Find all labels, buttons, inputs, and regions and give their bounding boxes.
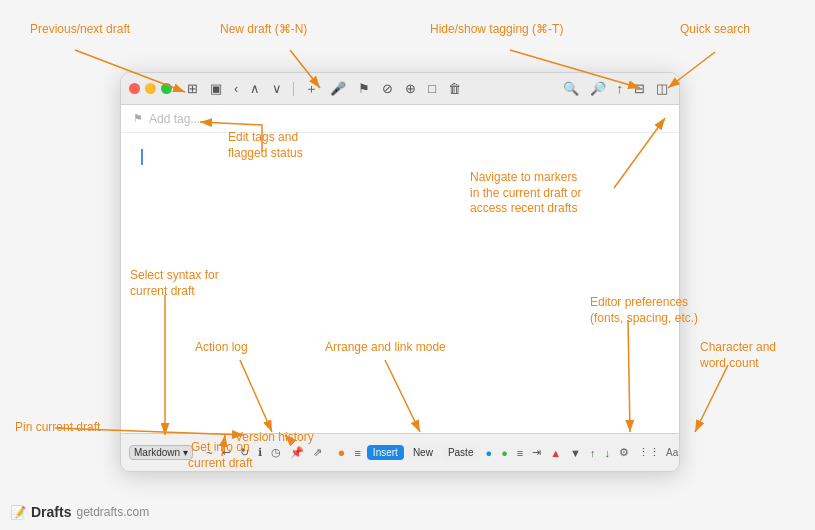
paste-button[interactable]: Paste xyxy=(442,445,480,460)
brand-name: Drafts xyxy=(31,504,71,520)
next-draft-icon[interactable]: ∨ xyxy=(269,79,285,98)
annotation-quick-search: Quick search xyxy=(680,22,750,38)
annotation-edit-tags: Edit tags andflagged status xyxy=(228,130,303,161)
green-dot: ● xyxy=(498,445,511,461)
arrow-down-icon[interactable]: ▼ xyxy=(567,445,584,461)
annotation-arrange: Arrange and link mode xyxy=(325,340,446,356)
blue-dot: ● xyxy=(482,445,495,461)
syntax-label: Markdown xyxy=(134,447,180,458)
trash-icon[interactable]: 🗑 xyxy=(445,79,464,98)
annotation-new-draft: New draft (⌘-N) xyxy=(220,22,307,38)
traffic-lights xyxy=(129,83,172,94)
quick-search-icon[interactable]: ◫ xyxy=(653,79,671,98)
tag-icon: ⚑ xyxy=(133,112,143,125)
zoom-in-icon[interactable]: 🔍 xyxy=(560,79,582,98)
new-draft-icon[interactable]: ＋ xyxy=(302,78,321,100)
annotation-navigate: Navigate to markersin the current draft … xyxy=(470,170,581,217)
title-bar: ⊞ ▣ ‹ ∧ ∨ ＋ 🎤 ⚑ ⊘ ⊕ □ 🗑 🔍 🔎 ↑ ⊟ ◫ xyxy=(121,73,679,105)
active-indicator[interactable]: ● xyxy=(335,443,349,462)
syntax-selector[interactable]: Markdown ▾ xyxy=(129,445,193,460)
panel-toggle-icon[interactable]: ▣ xyxy=(207,79,225,98)
branding: 📝 Drafts getdrafts.com xyxy=(10,504,149,520)
new-button[interactable]: New xyxy=(407,445,439,460)
tag-bar[interactable]: ⚑ Add tag... ⌄ xyxy=(121,105,679,133)
brand-url: getdrafts.com xyxy=(76,505,149,519)
minimize-button[interactable] xyxy=(145,83,156,94)
arrow-up-icon[interactable]: ▲ xyxy=(547,445,564,461)
align-right-icon[interactable]: ⇥ xyxy=(529,444,544,461)
bottom-right: Aa 0c 0w xyxy=(666,442,680,464)
mic-icon[interactable]: 🎤 xyxy=(327,79,349,98)
prev-draft-icon[interactable]: ∧ xyxy=(247,79,263,98)
annotation-action-log: Action log xyxy=(195,340,248,356)
annotation-select-syntax: Select syntax forcurrent draft xyxy=(130,268,219,299)
pin-icon[interactable]: 📌 xyxy=(287,444,307,461)
search-icon[interactable]: 🔎 xyxy=(587,79,609,98)
insert-button[interactable]: Insert xyxy=(367,445,404,460)
info-icon[interactable]: ℹ xyxy=(255,444,265,461)
link2-icon[interactable]: ⇗ xyxy=(310,444,325,461)
drafts-logo-icon: 📝 xyxy=(10,505,26,520)
close-button[interactable] xyxy=(129,83,140,94)
annotation-editor-prefs: Editor preferences(fonts, spacing, etc.) xyxy=(590,295,698,326)
annotation-pin: Pin current draft xyxy=(15,420,100,436)
annotation-char-word: Character andword count xyxy=(700,340,776,371)
toolbar-icons: ⊞ ▣ ‹ ∧ ∨ ＋ 🎤 ⚑ ⊘ ⊕ □ 🗑 🔍 🔎 ↑ ⊟ ◫ xyxy=(184,78,671,100)
new-label: New xyxy=(413,447,433,458)
tag-placeholder-text: Add tag... xyxy=(149,112,200,126)
cursor xyxy=(141,149,143,165)
upload-icon[interactable]: ↑ xyxy=(587,445,599,461)
flag-icon[interactable]: ⚑ xyxy=(355,79,373,98)
link-icon[interactable]: ⊘ xyxy=(379,79,396,98)
separator xyxy=(293,82,294,96)
toolbar-right: 🔍 🔎 ↑ ⊟ ◫ xyxy=(560,79,672,98)
align-left-icon[interactable]: ≡ xyxy=(514,445,526,461)
annotation-previous-next: Previous/next draft xyxy=(30,22,130,38)
aa-label[interactable]: Aa xyxy=(666,447,678,458)
annotation-get-info: Get info oncurrent draft xyxy=(188,440,253,471)
share-icon[interactable]: □ xyxy=(425,79,439,98)
back-icon[interactable]: ‹ xyxy=(231,79,241,98)
hide-show-tagging-icon[interactable]: ⊟ xyxy=(631,79,648,98)
sidebar-toggle-icon[interactable]: ⊞ xyxy=(184,79,201,98)
insert-label: Insert xyxy=(373,447,398,458)
tag-chevron-icon: ⌄ xyxy=(659,113,667,124)
gear-icon[interactable]: ⚙ xyxy=(616,444,632,461)
annotation-hide-show: Hide/show tagging (⌘-T) xyxy=(430,22,563,38)
download-icon[interactable]: ↓ xyxy=(601,445,613,461)
export-icon[interactable]: ↑ xyxy=(614,79,627,98)
maximize-button[interactable] xyxy=(161,83,172,94)
action-icon[interactable]: ⊕ xyxy=(402,79,419,98)
paste-label: Paste xyxy=(448,447,474,458)
history-icon[interactable]: ◷ xyxy=(268,444,284,461)
action-log-icon[interactable]: ≡ xyxy=(351,445,363,461)
arrange-icon[interactable]: ⋮⋮ xyxy=(635,444,663,461)
